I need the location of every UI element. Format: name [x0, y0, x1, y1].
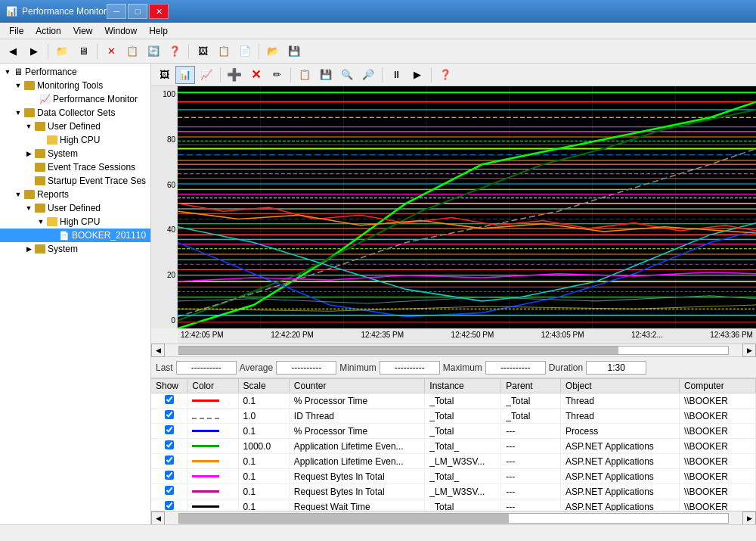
- row-parent-5: ---: [501, 469, 561, 484]
- tree-item-high-cpu-dcs[interactable]: High CPU: [0, 133, 150, 147]
- bottom-scroll-thumb[interactable]: [179, 514, 509, 523]
- up-button[interactable]: 📁: [52, 42, 72, 61]
- tree-item-system-reports[interactable]: ▶ System: [0, 242, 150, 256]
- row-checkbox-7[interactable]: [165, 501, 174, 510]
- play-btn[interactable]: ▶: [407, 66, 427, 84]
- open-button[interactable]: 📂: [263, 42, 283, 61]
- refresh-button[interactable]: 🔄: [144, 42, 163, 61]
- menu-file[interactable]: File: [3, 24, 29, 38]
- row-checkbox-4[interactable]: [165, 455, 174, 465]
- help-button[interactable]: ❓: [165, 42, 184, 61]
- row-object-0: Thread: [560, 393, 679, 409]
- menu-help[interactable]: Help: [143, 24, 174, 38]
- expand-user-defined-reports[interactable]: ▼: [23, 204, 35, 212]
- row-checkbox-0[interactable]: [165, 395, 174, 404]
- row-checkbox-3[interactable]: [165, 440, 174, 449]
- table-row[interactable]: 1.0ID Thread_Total_TotalThread\\BOOKER: [151, 409, 756, 424]
- zoom-in-btn[interactable]: 🔎: [358, 66, 378, 84]
- table-row[interactable]: 0.1% Processor Time_Total---Process\\BOO…: [151, 424, 756, 439]
- copy-btn[interactable]: 📋: [295, 66, 314, 84]
- row-instance-5: _Total_: [425, 469, 501, 484]
- bottom-scroll-track[interactable]: [178, 513, 729, 524]
- perf-help-btn[interactable]: ❓: [435, 66, 455, 84]
- scroll-left-arrow[interactable]: ◀: [151, 344, 165, 357]
- tree-item-user-defined-dcs[interactable]: ▼ User Defined: [0, 120, 150, 133]
- properties-button[interactable]: 📋: [122, 42, 142, 61]
- scroll-track[interactable]: [178, 346, 729, 355]
- expand-system-reports[interactable]: ▶: [23, 245, 35, 253]
- row-computer-5: \\BOOKER: [679, 469, 755, 484]
- bottom-scroll-left[interactable]: ◀: [151, 511, 165, 525]
- expand-system-dcs[interactable]: ▶: [23, 150, 35, 157]
- tree-item-system-dcs[interactable]: ▶ System: [0, 147, 150, 160]
- tree-item-user-defined-reports[interactable]: ▼ User Defined: [0, 201, 150, 215]
- table-row[interactable]: 0.1Request Bytes In Total_LM_W3SV...---A…: [151, 484, 756, 499]
- tree-item-reports[interactable]: ▼ Reports: [0, 188, 150, 201]
- bottom-scroll-right[interactable]: ▶: [742, 511, 756, 525]
- expand-performance[interactable]: ▼: [2, 68, 14, 76]
- menu-action[interactable]: Action: [29, 24, 67, 38]
- title-bar-buttons: ─ □ ✕: [107, 4, 169, 19]
- horizontal-scrollbar[interactable]: ◀ ▶: [151, 344, 756, 357]
- add-counter-btn[interactable]: ➕: [225, 66, 244, 84]
- delete-button[interactable]: ✕: [101, 42, 121, 61]
- expand-data-collector-sets[interactable]: ▼: [12, 109, 24, 117]
- average-label: Average: [240, 362, 273, 373]
- menu-window[interactable]: Window: [99, 24, 144, 38]
- tree-item-event-trace[interactable]: Event Trace Sessions: [0, 160, 150, 174]
- expand-user-defined-dcs[interactable]: ▼: [23, 123, 35, 130]
- tree-item-data-collector-sets[interactable]: ▼ Data Collector Sets: [0, 106, 150, 120]
- table-row[interactable]: 1000.0Application Lifetime Even..._Total…: [151, 439, 756, 454]
- scroll-thumb[interactable]: [179, 347, 618, 354]
- view3-button[interactable]: 📄: [235, 42, 255, 61]
- row-computer-7: \\BOOKER: [679, 499, 755, 511]
- remove-counter-btn[interactable]: ✕: [246, 66, 265, 84]
- row-object-3: ASP.NET Applications: [560, 439, 679, 454]
- app-icon: 📊: [6, 6, 17, 17]
- row-scale-2: 0.1: [238, 424, 289, 439]
- highlight-btn[interactable]: ✏: [267, 66, 287, 84]
- expand-monitoring-tools[interactable]: ▼: [12, 82, 24, 89]
- pause-btn[interactable]: ⏸: [386, 66, 406, 84]
- table-row[interactable]: 0.1Request Bytes In Total_Total_---ASP.N…: [151, 469, 756, 484]
- view2-button[interactable]: 📋: [214, 42, 234, 61]
- back-button[interactable]: ◀: [3, 42, 23, 61]
- expand-high-cpu-reports[interactable]: ▼: [35, 218, 47, 225]
- row-instance-4: _LM_W3SV...: [425, 454, 501, 469]
- menu-view[interactable]: View: [67, 24, 99, 38]
- zoom-out-btn[interactable]: 🔍: [337, 66, 357, 84]
- tree-item-startup-event[interactable]: Startup Event Trace Ses: [0, 174, 150, 188]
- col-computer: Computer: [679, 379, 755, 393]
- row-checkbox-5[interactable]: [165, 471, 174, 480]
- row-checkbox-2[interactable]: [165, 425, 174, 434]
- expand-reports[interactable]: ▼: [12, 191, 24, 198]
- table-row[interactable]: 0.1Request Wait Time_Total_---ASP.NET Ap…: [151, 499, 756, 511]
- tree-label-user-defined-dcs: User Defined: [48, 121, 101, 132]
- perf-chart-btn[interactable]: 📊: [175, 66, 195, 84]
- row-counter-4: Application Lifetime Even...: [289, 454, 425, 469]
- bottom-scrollbar[interactable]: ◀ ▶: [151, 511, 756, 524]
- scroll-right-arrow[interactable]: ▶: [742, 344, 756, 357]
- close-button[interactable]: ✕: [149, 4, 169, 19]
- color-indicator-2: [192, 430, 219, 432]
- save-button[interactable]: 💾: [284, 42, 304, 61]
- maximize-button[interactable]: □: [128, 4, 147, 19]
- perf-view-btn[interactable]: 🖼: [154, 66, 174, 84]
- table-row[interactable]: 0.1Application Lifetime Even..._LM_W3SV.…: [151, 454, 756, 469]
- paste-btn[interactable]: 💾: [316, 66, 336, 84]
- tree-item-booker[interactable]: 📄 BOOKER_201110: [0, 229, 150, 242]
- tree-item-performance[interactable]: ▼ 🖥 Performance: [0, 65, 150, 79]
- view1-button[interactable]: 🖼: [193, 42, 212, 61]
- color-indicator-3: [192, 445, 219, 447]
- tree-item-monitoring-tools[interactable]: ▼ Monitoring Tools: [0, 79, 150, 92]
- tree-item-high-cpu-reports[interactable]: ▼ High CPU: [0, 215, 150, 229]
- forward-button[interactable]: ▶: [24, 42, 44, 61]
- perf-histogram-btn[interactable]: 📈: [197, 66, 216, 84]
- row-checkbox-6[interactable]: [165, 486, 174, 495]
- table-row[interactable]: 0.1% Processor Time_Total_TotalThread\\B…: [151, 393, 756, 409]
- row-checkbox-1[interactable]: [165, 410, 174, 419]
- col-color: Color: [187, 379, 238, 393]
- show-hide-button[interactable]: 🖥: [73, 42, 93, 61]
- minimize-button[interactable]: ─: [107, 4, 126, 19]
- tree-item-perf-monitor[interactable]: 📈 Performance Monitor: [0, 92, 150, 106]
